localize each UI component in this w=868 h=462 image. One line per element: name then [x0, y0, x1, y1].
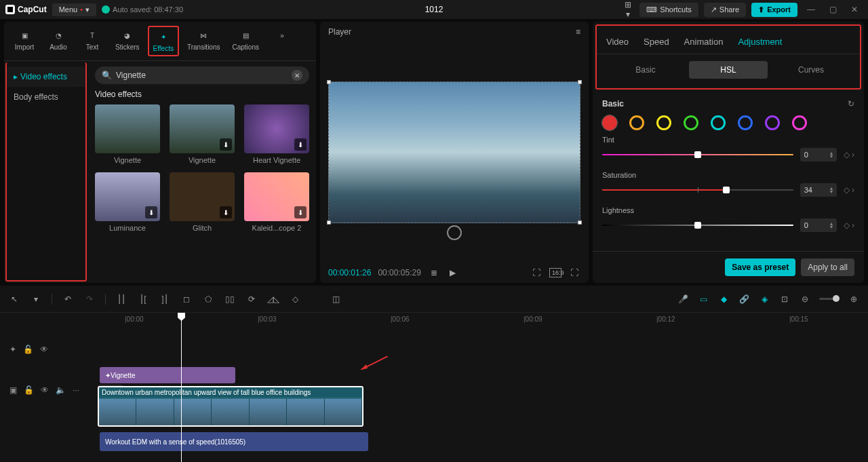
sat-value[interactable]: 34▴▾ [800, 183, 837, 197]
download-icon[interactable]: ⬇ [294, 138, 307, 151]
effect-thumb[interactable]: ⬇Luminance [95, 172, 160, 232]
layers-tool[interactable]: ▯▯ [224, 293, 236, 305]
effect-thumb[interactable]: Vignette [95, 104, 160, 164]
scale-icon[interactable]: ⛶ [530, 268, 542, 277]
zoom-in[interactable]: ⊕ [848, 293, 860, 305]
clip-audio[interactable]: Workout EDM with a sense of speed(101650… [100, 432, 368, 451]
subtab-curves[interactable]: Curves [772, 61, 850, 79]
tab-effects[interactable]: ✦Effects [148, 26, 179, 56]
download-icon[interactable]: ⬇ [145, 206, 157, 218]
eye-icon[interactable]: 👁 [41, 385, 49, 395]
clip-video[interactable]: Downtown urban metropolitan upward view … [98, 386, 363, 427]
tab-more[interactable]: » [267, 26, 297, 56]
effect-thumb[interactable]: ⬇Glitch [170, 172, 235, 232]
video-icon[interactable]: ▣ [9, 385, 17, 395]
swatch-blue[interactable] [738, 115, 753, 130]
mirror-tool[interactable]: ◿◺ [267, 293, 279, 305]
shortcuts-button[interactable]: ⌨ Shortcuts [639, 3, 698, 17]
subtab-hsl[interactable]: HSL [689, 61, 768, 79]
transform-icon[interactable] [447, 225, 462, 240]
pointer-tool[interactable]: ↖ [8, 293, 20, 305]
effect-thumb[interactable]: ⬇Kaleid...cope 2 [244, 172, 309, 232]
play-button[interactable]: ▶ [447, 268, 459, 277]
minimize-button[interactable]: — [803, 1, 819, 18]
swatch-cyan[interactable] [711, 115, 726, 130]
player-menu-icon[interactable]: ≡ [576, 27, 580, 37]
menu-button[interactable]: Menu • ▾ [52, 3, 96, 16]
tab-text[interactable]: TText [77, 26, 107, 56]
fullscreen-icon[interactable]: ⛶ [568, 268, 580, 277]
swatch-purple[interactable] [765, 115, 780, 130]
tab-speed[interactable]: Speed [644, 33, 669, 54]
download-icon[interactable]: ⬇ [220, 206, 232, 218]
swatch-green[interactable] [684, 115, 698, 130]
tab-animation[interactable]: Animation [684, 33, 724, 54]
export-button[interactable]: ⬆ Export [751, 3, 797, 17]
tab-adjustment[interactable]: Adjustment [738, 33, 782, 54]
mute-icon[interactable]: 🔈 [56, 385, 66, 395]
lock-icon[interactable]: 🔓 [23, 345, 33, 354]
tab-video[interactable]: Video [606, 33, 629, 54]
swatch-red[interactable] [602, 115, 617, 130]
timeline-ruler[interactable]: |00:00 |00:03 |00:06 |00:09 |00:12 |00:1… [0, 313, 868, 329]
mic-icon[interactable]: 🎤 [677, 293, 689, 305]
zoom-out[interactable]: ⊖ [799, 293, 811, 305]
tab-import[interactable]: ▣Import [9, 26, 39, 56]
player-viewport[interactable] [320, 42, 589, 263]
resize-handle[interactable] [578, 220, 582, 225]
save-preset-button[interactable]: Save as preset [725, 258, 795, 276]
preview-canvas[interactable] [328, 81, 580, 223]
crop2-tool[interactable]: ◫ [330, 293, 342, 305]
layout-icon[interactable]: ⊞ ▾ [622, 0, 634, 19]
rotate-tool[interactable]: ◇ [289, 293, 301, 305]
search-input[interactable] [116, 71, 288, 80]
clip-effect[interactable]: ✦ Vignette [100, 367, 235, 383]
dropdown[interactable]: ▾ [30, 293, 42, 305]
tab-stickers[interactable]: ◕Stickers [111, 26, 144, 56]
ratio-button[interactable]: 16:9 [549, 268, 561, 277]
link-icon[interactable]: 🔗 [738, 293, 750, 305]
resize-handle[interactable] [578, 80, 582, 84]
redo-button[interactable]: ↷ [83, 293, 96, 305]
swatch-orange[interactable] [629, 115, 644, 130]
tint-value[interactable]: 0▴▾ [800, 148, 837, 161]
download-icon[interactable]: ⬇ [294, 206, 307, 218]
trim-right[interactable]: ]⎮ [159, 293, 171, 305]
lock-icon[interactable]: 🔓 [24, 385, 34, 395]
undo-button[interactable]: ↶ [62, 293, 74, 305]
effect-thumb[interactable]: ⬇Heart Vignette [244, 104, 309, 164]
trim-left[interactable]: ⎮[ [137, 293, 149, 305]
tracks-area[interactable]: ✦ Vignette Downtown urban metropolitan u… [95, 329, 868, 462]
resize-handle[interactable] [327, 220, 331, 225]
swatch-magenta[interactable] [792, 115, 807, 130]
tab-transitions[interactable]: ⋈Transitions [183, 26, 224, 56]
share-button[interactable]: ↗ Share [704, 3, 746, 17]
swatch-yellow[interactable] [656, 115, 671, 130]
light-value[interactable]: 0▴▾ [800, 218, 837, 232]
zoom-slider[interactable] [819, 298, 840, 300]
tab-captions[interactable]: ▤Captions [229, 26, 263, 56]
compare-icon[interactable]: ≣ [428, 268, 440, 277]
sat-slider[interactable] [602, 189, 793, 191]
tab-audio[interactable]: ◔Audio [43, 26, 73, 56]
shield-tool[interactable]: ⬠ [202, 293, 214, 305]
eye-icon[interactable]: 👁 [40, 345, 48, 354]
tint-slider[interactable] [602, 154, 793, 155]
effect-thumb[interactable]: ⬇Vignette [170, 104, 235, 164]
resize-handle[interactable] [327, 80, 331, 84]
split-tool[interactable]: ⎮⎮ [115, 293, 127, 305]
refresh-tool[interactable]: ⟳ [245, 293, 258, 305]
align-icon[interactable]: ◈ [758, 293, 770, 305]
sidebar-item-video-effects[interactable]: ▸ Video effects [7, 66, 85, 87]
clear-search-button[interactable]: ✕ [292, 70, 302, 81]
sidebar-item-body-effects[interactable]: Body effects [7, 87, 85, 107]
subtab-basic[interactable]: Basic [606, 61, 685, 79]
snap-icon[interactable]: ◆ [717, 293, 730, 305]
light-slider[interactable] [602, 225, 793, 226]
crop-tool[interactable]: ◻ [180, 293, 193, 305]
magnet-icon[interactable]: ▭ [697, 293, 709, 305]
preview-icon[interactable]: ⊡ [778, 293, 791, 305]
apply-all-button[interactable]: Apply to all [801, 258, 854, 276]
reset-icon[interactable]: ↻ [848, 99, 854, 109]
playhead[interactable] [181, 313, 182, 462]
